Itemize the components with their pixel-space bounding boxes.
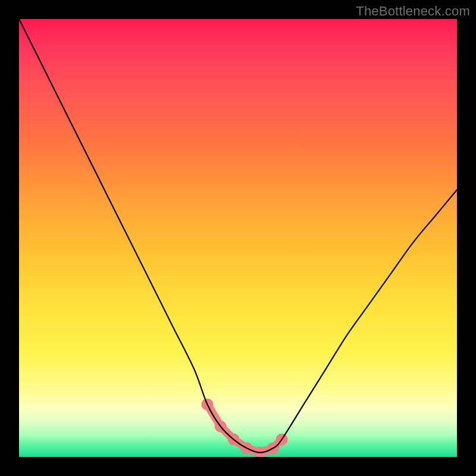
bottleneck-curve [19, 19, 457, 457]
watermark-text: TheBottleneck.com [356, 4, 470, 19]
curve-marker-region [201, 399, 287, 457]
chart-frame: TheBottleneck.com [0, 0, 476, 476]
plot-area [19, 19, 457, 457]
curve-line [19, 19, 457, 453]
